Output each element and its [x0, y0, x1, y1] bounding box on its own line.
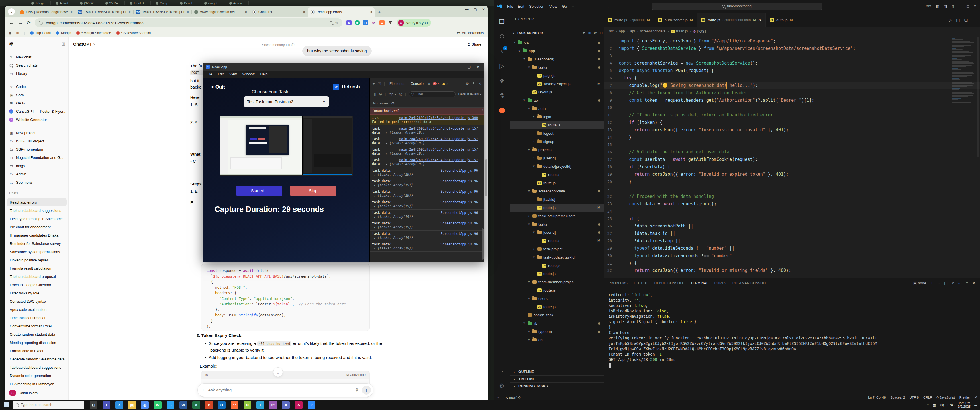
- code-line[interactable]: 6 try {: [604, 74, 980, 82]
- chat-history-item[interactable]: Field type meaning in Salesforce: [7, 215, 67, 223]
- sidebar-gpt-item[interactable]: CCanvaGPT — Poster & Flyer...: [7, 107, 67, 116]
- menu-view[interactable]: View: [229, 72, 237, 76]
- code-line[interactable]: 4const screenshotService = new Screensho…: [604, 59, 980, 67]
- taskbar-icon-chrome[interactable]: ◍: [141, 401, 149, 409]
- chat-history-item[interactable]: Format date in Excel: [7, 347, 67, 355]
- menu-go[interactable]: Go: [562, 4, 567, 8]
- issues-gear-icon[interactable]: ⚙: [391, 101, 395, 105]
- sidebar-item[interactable]: Search chats: [7, 61, 67, 70]
- volume-icon[interactable]: ◁)): [939, 403, 944, 407]
- tree-item-team-member-projec-[interactable]: ˅team-member\[projec...: [510, 278, 604, 286]
- panel-icon[interactable]: ❏: [964, 17, 968, 22]
- new-tab-button[interactable]: +: [376, 8, 383, 15]
- menu-selection[interactable]: Selection: [529, 4, 544, 8]
- taskbar-search[interactable]: Type here to search: [13, 401, 84, 409]
- code-line[interactable]: 32 return corsJson({ error: "Invalid or …: [604, 267, 980, 274]
- kill-terminal-icon[interactable]: ⊘: [951, 281, 955, 285]
- extension-icon[interactable]: ✿: [347, 20, 352, 25]
- more-icon[interactable]: ⋯: [958, 281, 962, 285]
- pane-outline[interactable]: ›OUTLINE: [510, 368, 604, 375]
- breadcrumb[interactable]: src›app›api›screenshot-data›JS route.js›…: [604, 27, 980, 36]
- explorer-icon[interactable]: ❐: [494, 15, 510, 28]
- console-log-entry[interactable]: taskmain.2a4f2691df7c645…4.hot-update.js…: [370, 136, 484, 146]
- status-item[interactable]: UTF-8: [910, 396, 919, 399]
- code-line[interactable]: 2import { ScreenshotDataService } from "…: [604, 45, 980, 52]
- console-log-entry[interactable]: task data:ScreenshotApp.js:96 ▸ {tasks: …: [370, 210, 484, 220]
- layout-sidebar-icon[interactable]: ◧: [935, 4, 939, 8]
- tree-item-typeorm[interactable]: ˅typeorm: [510, 327, 604, 336]
- tree-item-logout[interactable]: ›logout: [510, 129, 604, 138]
- tree-item-route-js[interactable]: JSroute.js: [510, 170, 604, 179]
- panel-tab-output[interactable]: OUTPUT: [634, 281, 648, 285]
- site-info-icon[interactable]: [39, 21, 43, 25]
- more-actions-icon[interactable]: ⋯: [972, 17, 976, 22]
- run-icon[interactable]: ▷: [949, 17, 952, 22]
- tree-item--userid-[interactable]: ›[userId]: [510, 154, 604, 162]
- layout-secondary-icon[interactable]: ▯: [952, 4, 954, 8]
- code-line[interactable]: 3: [604, 52, 980, 59]
- share-button[interactable]: ↥ Share: [468, 42, 482, 46]
- account-row[interactable]: S Saiful Islam: [7, 388, 67, 398]
- close-panel-icon[interactable]: ✕: [972, 281, 975, 285]
- breadcrumb-item[interactable]: screenshot-data: [640, 29, 666, 33]
- taskbar-icon-notepad-plus-plus[interactable]: N: [243, 401, 251, 409]
- tab-elements[interactable]: Elements: [388, 78, 406, 89]
- source-link[interactable]: ScreenshotApp.js:96: [441, 190, 478, 194]
- tree-item-taskbyproject-js[interactable]: JSTaskByProject.jsM: [510, 80, 604, 88]
- chat-history-item[interactable]: LEA meaning in Flamboyan: [7, 380, 67, 388]
- chat-history-item[interactable]: React app errors: [7, 198, 67, 207]
- taskbar-icon-task-view[interactable]: ⊡: [90, 401, 97, 409]
- editor-scrollbar[interactable]: [976, 37, 980, 277]
- console-log-entry[interactable]: task data:ScreenshotApp.js:96 ▸ {tasks: …: [370, 230, 484, 241]
- console-log-entry[interactable]: taskmain.2a4f2691df7c645…4.hot-update.js…: [370, 125, 484, 136]
- tree-item-route-js[interactable]: JSroute.js: [510, 270, 604, 278]
- tree-item-projects[interactable]: ˅projects: [510, 146, 604, 154]
- chat-history-item[interactable]: Dynamic color generation: [7, 372, 67, 380]
- remote-indicator[interactable]: ><: [496, 396, 500, 399]
- close-icon[interactable]: ✕: [974, 4, 977, 8]
- extensions-puzzle-icon[interactable]: ⧩: [388, 20, 393, 25]
- console-sidebar-icon[interactable]: ◫: [372, 92, 376, 96]
- background-tab[interactable]: Activit...: [52, 2, 75, 5]
- code-line[interactable]: 21: [604, 185, 980, 193]
- tree-item-db[interactable]: ˅db: [510, 336, 604, 344]
- copilot-status-icon[interactable]: ⦾: [975, 396, 977, 399]
- taskbar-icon-edge[interactable]: e: [115, 401, 123, 409]
- breadcrumb-item[interactable]: JS route.js: [671, 29, 688, 33]
- extensions-icon[interactable]: ❖: [494, 74, 510, 87]
- sidebar-gpt-item[interactable]: ⌾Codex: [7, 83, 67, 91]
- extension-icon[interactable]: FI: [363, 20, 368, 25]
- background-tab[interactable]: insight...: [200, 2, 224, 5]
- taskbar-icon-word[interactable]: W: [180, 401, 187, 409]
- chat-history-item[interactable]: Tableau dashboard suggestions: [7, 363, 67, 372]
- code-line[interactable]: 16 // Validate the token and get user da…: [604, 148, 980, 156]
- chat-history-item[interactable]: Apex code explanation: [7, 305, 67, 314]
- code-line[interactable]: 29 typeof data.idleSeconds !== "number" …: [604, 245, 980, 252]
- sidebar-project-item[interactable]: 🗀blogs: [7, 162, 67, 170]
- kebab-menu-icon[interactable]: ⋮: [472, 81, 476, 86]
- sidebar-project-item[interactable]: 🗀SSP-momentum: [7, 145, 67, 154]
- code-line[interactable]: 23 const data = await request.json();: [604, 200, 980, 208]
- console-log-entry[interactable]: taskmain.2a4f2691df7c645…4.hot-update.js…: [370, 146, 484, 157]
- new-terminal-icon[interactable]: ＋: [930, 281, 934, 286]
- tree-item-route-js[interactable]: JSroute.js: [510, 261, 604, 270]
- code-line[interactable]: 17 const userData = await getAuthFromCoo…: [604, 156, 980, 163]
- background-tab[interactable]: 25 RA...: [102, 2, 125, 5]
- tab-close-icon[interactable]: ✕: [129, 10, 131, 14]
- editor-tab[interactable]: JSroute.js...\screenshot-dataM✕: [697, 13, 766, 27]
- panel-tab-postman-console[interactable]: POSTMAN CONSOLE: [732, 281, 767, 285]
- tab-close-icon[interactable]: ✕: [186, 10, 189, 14]
- tab-close-icon[interactable]: ✕: [70, 10, 73, 14]
- status-item[interactable]: CRLF: [923, 396, 932, 399]
- source-control-icon[interactable]: ⌥2: [494, 45, 510, 58]
- close-icon[interactable]: ✕: [477, 65, 479, 69]
- tree-item--dashboard-[interactable]: ˅(Dashboard): [510, 55, 604, 63]
- source-link[interactable]: ScreenshotApp.js:96: [441, 200, 478, 204]
- refresh-icon[interactable]: ⟳: [594, 31, 597, 35]
- breadcrumb-item[interactable]: ⊙ POST: [693, 29, 706, 33]
- device-toolbar-icon[interactable]: ◳: [377, 81, 381, 86]
- code-line[interactable]: 26 !data.screenshotPath ||: [604, 222, 980, 230]
- editor-tab[interactable]: JSroute.js...\[userId]M: [604, 13, 654, 27]
- code-line[interactable]: 25 if (: [604, 215, 980, 222]
- clock[interactable]: 4:24 PM9/2/2025: [958, 401, 970, 408]
